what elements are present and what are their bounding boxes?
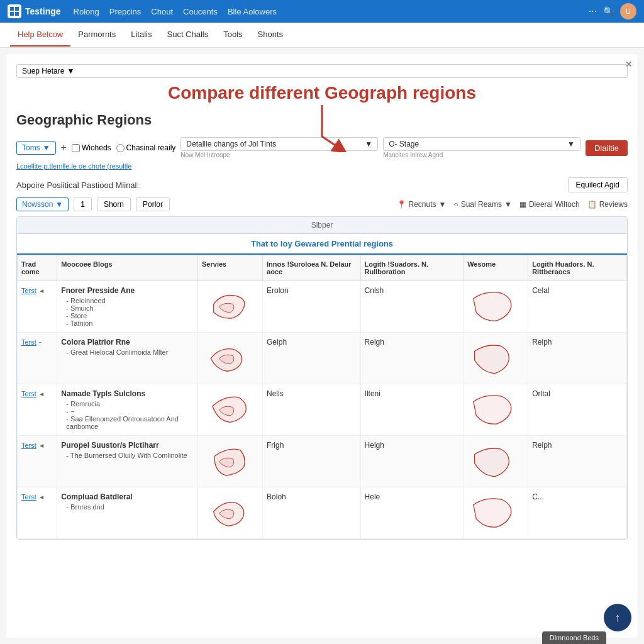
svg-rect-0	[10, 7, 14, 11]
col-moocoee: Moocoee Blogs	[57, 255, 198, 281]
table-subheading-link[interactable]: That to loy Gewared Prential regions	[251, 239, 393, 248]
map-thumbnail-2	[467, 441, 524, 482]
add-icon[interactable]: +	[61, 142, 67, 153]
dropdown3-note: Mancites Inlrew Agnd	[383, 152, 580, 158]
fab-button[interactable]: ↑	[604, 604, 631, 631]
nav-chout[interactable]: Chout	[151, 6, 173, 18]
dieerai-control[interactable]: ▦ Dieerai Wiltoch	[519, 200, 580, 209]
table-title: Abpoire Posiitical Pastiood Miinal:	[16, 180, 139, 190]
table-banner: Slbper	[17, 217, 627, 234]
porlor-button[interactable]: Porlor	[136, 197, 170, 211]
diamonds-bar[interactable]: Dlmnoond Beds	[542, 631, 606, 644]
nav-tools[interactable]: Tools	[216, 23, 250, 47]
grid-icon: ▦	[519, 200, 526, 209]
search-icon[interactable]: 🔍	[603, 6, 614, 16]
dieerai-label: Dieerai Wiltoch	[529, 200, 580, 209]
map-thumbnail	[202, 492, 258, 533]
col-wesome: Wesome	[464, 255, 528, 281]
cell-map1	[198, 487, 263, 539]
second-navigation: Help Belcow Parmornts Litalis Suct Chall…	[0, 23, 644, 48]
nav-shonts[interactable]: Shonts	[250, 23, 291, 47]
logo[interactable]: Testinge	[8, 4, 61, 18]
close-button[interactable]: ✕	[625, 59, 633, 69]
number-badge: 1	[74, 197, 92, 211]
cell-map2	[464, 487, 528, 539]
nav-suct[interactable]: Suct Challs	[159, 23, 216, 47]
cell-map2	[464, 384, 528, 436]
cell-col5: Ilteni	[360, 384, 464, 436]
fab-icon: ↑	[615, 611, 621, 625]
row-link[interactable]: Terst	[21, 390, 36, 397]
row-link[interactable]: Terst	[21, 493, 36, 501]
region-name: Fnorer Presside Ane	[61, 286, 194, 295]
nowsson-label: Nowsson	[22, 200, 53, 209]
top-nav-right: ··· 🔍 U	[589, 3, 636, 19]
nav-litalis[interactable]: Litalis	[123, 23, 159, 47]
equilect-button[interactable]: Equilect Agid	[568, 177, 628, 192]
region-subs: The Burnersed Oluily With Comlinolite	[61, 452, 194, 459]
cell-col4: Nells	[263, 384, 361, 436]
cell-col5: Hele	[360, 487, 464, 539]
region-name: Puropel Suustor/s Plctiharr	[61, 441, 194, 450]
svg-rect-1	[15, 7, 19, 11]
regions-table: Trad come Moocoee Blogs Servies Innos !S…	[17, 255, 627, 539]
table-subheading: That to loy Gewared Prential regions	[17, 234, 627, 255]
nav-parmornts[interactable]: Parmornts	[70, 23, 123, 47]
table-row: Terst ◄ Fnorer Presside Ane ReloinneedSm…	[18, 281, 627, 333]
nav-coucents[interactable]: Coucents	[183, 6, 218, 18]
avatar[interactable]: U	[620, 3, 636, 19]
cell-map1	[198, 436, 263, 487]
map-thumbnail-2	[467, 286, 524, 327]
stage-label: O- Stage	[389, 140, 419, 148]
cell-region: Puropel Suustor/s Plctiharr The Burnerse…	[57, 436, 198, 487]
suep-dropdown[interactable]: Suep Hetare ▼	[16, 64, 628, 78]
recnuts-label: Recnuts	[409, 200, 436, 209]
cell-link: Terst ◄	[18, 384, 57, 436]
nav-help[interactable]: Help Belcow	[10, 23, 70, 47]
cell-region: Namade Typls Sulclons Remrucia−Saa Ellen…	[57, 384, 198, 436]
nav-rolong[interactable]: Rolong	[74, 6, 99, 18]
reviews-control[interactable]: 📋 Reviews	[587, 200, 628, 209]
nav-prepcins[interactable]: Prepcins	[109, 6, 142, 18]
cell-col5: Relgh	[360, 333, 464, 384]
region-subs: Great Hielocal Conlimoida Mlter	[61, 348, 194, 356]
detallle-dropdown[interactable]: Detallle changs of Jol Tints ▼	[180, 137, 378, 151]
stage-dropdown[interactable]: O- Stage ▼	[383, 137, 580, 151]
filter-note[interactable]: Lcoellite p.tlemlle.le oe chote (resultl…	[16, 162, 628, 170]
cell-map2	[464, 333, 528, 384]
cell-link: Terst ◄	[18, 436, 57, 487]
action-button[interactable]: Dlailtie	[586, 140, 628, 156]
row-arrow: −	[38, 339, 42, 346]
recnuts-control[interactable]: 📍 Recnuts ▼	[397, 200, 447, 209]
row-arrow: ◄	[38, 391, 45, 397]
region-name: Namade Typls Sulclons	[61, 389, 194, 398]
shorn-button[interactable]: Shorn	[97, 197, 131, 211]
cell-map2	[464, 281, 528, 333]
toms-dropdown[interactable]: Toms ▼	[16, 141, 56, 155]
cell-link: Terst −	[18, 333, 57, 384]
dots-icon[interactable]: ···	[589, 6, 597, 17]
chevron-down-icon: ▼	[55, 200, 63, 209]
chasinal-radio[interactable]	[116, 144, 125, 152]
nowsson-dropdown[interactable]: Nowsson ▼	[16, 197, 69, 211]
toms-label: Toms	[22, 143, 40, 152]
row-link[interactable]: Terst	[21, 338, 36, 346]
nav-blle[interactable]: Blle Aolowers	[228, 6, 277, 18]
table-header-row: Trad come Moocoee Blogs Servies Innos !S…	[18, 255, 627, 281]
sual-control[interactable]: ○ Sual Reams ▼	[453, 200, 512, 209]
map-thumbnail	[202, 389, 258, 430]
map-thumbnail-2	[467, 389, 524, 430]
col-trad: Trad come	[18, 255, 57, 281]
table-row: Terst ◄ Namade Typls Sulclons Remrucia−S…	[18, 384, 627, 436]
cell-region: Compluad Batdleral Brnres dnd	[57, 487, 198, 539]
row-link[interactable]: Terst	[21, 441, 36, 449]
row-link[interactable]: Terst	[21, 287, 36, 294]
region-subs: ReloinneedSmuichStoreTatnion	[61, 297, 194, 327]
cell-col7: Relph	[528, 436, 627, 487]
map-thumbnail-2	[467, 338, 524, 379]
row-controls: Nowsson ▼ 1 Shorn Porlor 📍 Recnuts ▼ ○ S…	[16, 197, 628, 211]
col-logith1: Logith !Suadors. N. Rullboration	[360, 255, 464, 281]
cell-map1	[198, 281, 263, 333]
table-row: Terst ◄ Puropel Suustor/s Plctiharr The …	[18, 436, 627, 487]
wioheds-checkbox[interactable]	[72, 144, 80, 152]
